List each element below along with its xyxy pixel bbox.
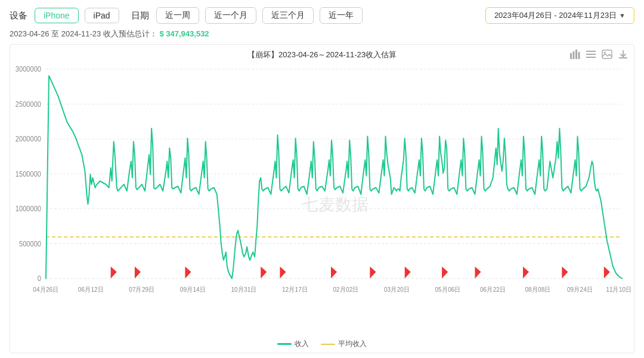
- svg-rect-7: [602, 50, 612, 58]
- revenue-legend-color: [277, 343, 292, 345]
- ipad-button[interactable]: iPad: [85, 8, 119, 23]
- summary-row: 2023-04-26 至 2024-11-23 收入预估总计： $ 347,94…: [10, 29, 634, 39]
- svg-text:2500000: 2500000: [16, 100, 41, 108]
- summary-prefix: 2023-04-26 至 2024-11-23 收入预估总计：: [10, 29, 157, 38]
- svg-text:500000: 500000: [19, 239, 41, 248]
- svg-marker-32: [562, 267, 568, 279]
- svg-marker-30: [475, 267, 481, 279]
- average-legend-color: [321, 344, 335, 345]
- svg-text:04月26日: 04月26日: [33, 285, 58, 293]
- three-months-button[interactable]: 近三个月: [262, 7, 314, 24]
- svg-marker-36: [135, 267, 141, 279]
- svg-marker-34: [370, 267, 376, 279]
- svg-rect-1: [573, 51, 575, 59]
- svg-rect-9: [619, 57, 627, 58]
- svg-text:3000000: 3000000: [16, 65, 41, 73]
- svg-marker-35: [280, 267, 286, 279]
- chart-toolbar: [568, 48, 629, 63]
- page: 设备 iPhone iPad 日期 近一周 近一个月 近三个月 近一年 2023…: [0, 0, 644, 358]
- svg-text:02月02日: 02月02日: [333, 285, 358, 293]
- svg-marker-31: [523, 267, 529, 279]
- svg-marker-29: [405, 267, 411, 279]
- average-legend-label: 平均收入: [338, 339, 367, 349]
- svg-text:05月06日: 05月06日: [435, 285, 461, 293]
- revenue-legend: 收入: [277, 339, 309, 349]
- svg-text:0: 0: [38, 274, 41, 283]
- svg-marker-27: [261, 267, 267, 279]
- summary-amount: $ 347,943,532: [159, 29, 209, 38]
- week-button[interactable]: 近一周: [156, 7, 199, 24]
- date-label: 日期: [131, 10, 149, 21]
- toolbar: 设备 iPhone iPad 日期 近一周 近一个月 近三个月 近一年 2023…: [10, 7, 634, 24]
- image-icon[interactable]: [600, 48, 614, 63]
- svg-text:10月31日: 10月31日: [231, 285, 256, 293]
- svg-text:11月10日: 11月10日: [606, 285, 631, 293]
- svg-rect-6: [586, 57, 596, 58]
- svg-marker-25: [111, 267, 117, 279]
- svg-text:2000000: 2000000: [16, 135, 41, 143]
- date-range-button[interactable]: 2023年04月26日 - 2024年11月23日 ▼: [485, 7, 634, 24]
- revenue-legend-label: 收入: [295, 339, 309, 349]
- svg-text:07月29日: 07月29日: [129, 285, 154, 293]
- chevron-down-icon: ▼: [619, 12, 626, 19]
- svg-rect-2: [575, 50, 577, 59]
- svg-text:09月24日: 09月24日: [567, 285, 593, 293]
- iphone-button[interactable]: iPhone: [35, 8, 79, 23]
- svg-text:06月12日: 06月12日: [78, 285, 104, 293]
- chart-legend: 收入 平均收入: [10, 337, 634, 353]
- chart-container: 【崩坏】2023-04-26～2024-11-23收入估算: [10, 44, 634, 353]
- chart-title: 【崩坏】2023-04-26～2024-11-23收入估算: [10, 45, 634, 63]
- svg-marker-28: [331, 267, 337, 279]
- svg-rect-0: [570, 53, 572, 59]
- svg-text:1000000: 1000000: [16, 205, 41, 213]
- svg-text:03月20日: 03月20日: [384, 285, 410, 293]
- svg-rect-4: [586, 51, 596, 52]
- svg-text:08月08日: 08月08日: [525, 285, 550, 293]
- svg-rect-5: [586, 54, 596, 55]
- date-range-text: 2023年04月26日 - 2024年11月23日: [494, 10, 617, 21]
- chart-svg: 3000000 2500000 2000000 1500000 1000000 …: [46, 63, 622, 313]
- list-icon[interactable]: [585, 49, 597, 62]
- svg-text:09月14日: 09月14日: [180, 285, 206, 293]
- svg-rect-3: [578, 52, 580, 59]
- svg-text:12月17日: 12月17日: [282, 285, 308, 293]
- average-legend: 平均收入: [321, 339, 367, 349]
- svg-marker-37: [604, 267, 610, 279]
- device-label: 设备: [10, 10, 27, 21]
- year-button[interactable]: 近一年: [320, 7, 363, 24]
- svg-text:06月22日: 06月22日: [480, 285, 506, 293]
- svg-marker-26: [185, 267, 191, 279]
- svg-text:1500000: 1500000: [16, 169, 41, 178]
- download-icon[interactable]: [617, 48, 629, 63]
- chart-area: 七麦数据 3000000 2500000 2000000 1500000 100…: [10, 63, 634, 337]
- month-button[interactable]: 近一个月: [205, 7, 256, 24]
- bar-chart-icon[interactable]: [568, 48, 581, 63]
- svg-marker-33: [442, 267, 448, 279]
